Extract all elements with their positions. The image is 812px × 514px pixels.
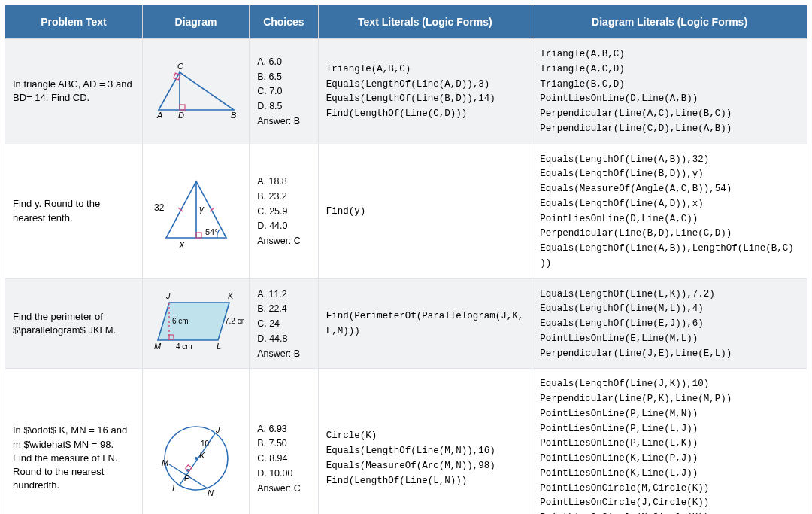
choices-cell: A. 18.8 B. 23.2 C. 25.9 D. 44.0 Answer: …: [250, 144, 318, 278]
svg-text:P: P: [184, 473, 190, 482]
diagram-literals-cell: Equals(LengthOf(Line(A,B)),32) Equals(Le…: [532, 144, 807, 278]
svg-point-30: [195, 457, 198, 460]
svg-text:M: M: [162, 458, 169, 467]
svg-text:K: K: [228, 291, 234, 300]
table-header-row: Problem Text Diagram Choices Text Litera…: [5, 5, 807, 39]
text-literals-cell: Find(PerimeterOf(Parallelogram(J,K,L,M))…: [318, 278, 532, 369]
text-literals-cell: Find(y): [318, 144, 532, 278]
diagram-literals-cell: Equals(LengthOf(Line(L,K)),7.2) Equals(L…: [532, 278, 807, 369]
svg-text:7.2 cm: 7.2 cm: [225, 317, 244, 325]
header-choices: Choices: [250, 5, 318, 39]
svg-rect-2: [180, 105, 185, 110]
svg-marker-0: [159, 72, 234, 110]
triangle-xy-diagram: 32 y 54° x: [151, 170, 241, 253]
svg-text:M: M: [154, 342, 162, 351]
svg-text:J: J: [215, 425, 220, 434]
svg-text:10: 10: [201, 439, 210, 448]
table-row: In triangle ABC, AD = 3 and BD= 14. Find…: [5, 39, 807, 144]
svg-text:N: N: [208, 488, 214, 497]
svg-text:C: C: [177, 62, 183, 71]
parallelogram-jklm-diagram: J K L M 6 cm 7.2 cm 4 cm: [150, 287, 244, 359]
svg-marker-17: [158, 303, 229, 340]
text-literals-cell: Triangle(A,B,C) Equals(LengthOf(Line(A,D…: [318, 39, 532, 144]
choices-cell: A. 6.0 B. 6.5 C. 7.0 D. 8.5 Answer: B: [250, 39, 318, 144]
header-problem-text: Problem Text: [5, 5, 143, 39]
circle-k-diagram: J K M N L P 10: [151, 413, 241, 503]
problem-text-cell: In $\odot$ K, MN = 16 and m $\widehat$ M…: [5, 369, 143, 514]
diagram-cell: A D B C: [142, 39, 249, 144]
text-literals-cell: Circle(K) Equals(LengthOf(Line(M,N)),16)…: [318, 369, 532, 514]
svg-text:54°: 54°: [205, 227, 218, 236]
svg-text:6 cm: 6 cm: [172, 317, 189, 325]
diagram-cell: J K M N L P 10: [142, 369, 249, 514]
problem-text-cell: Find y. Round to the nearest tenth.: [5, 144, 143, 278]
header-text-literals: Text Literals (Logic Forms): [318, 5, 532, 39]
triangle-abc-diagram: A D B C: [151, 61, 241, 121]
choices-cell: A. 6.93 B. 7.50 C. 8.94 D. 10.00 Answer:…: [250, 369, 318, 514]
header-diagram: Diagram: [142, 5, 249, 39]
svg-text:y: y: [198, 204, 205, 214]
problem-text-cell: In triangle ABC, AD = 3 and BD= 14. Find…: [5, 39, 143, 144]
diagram-cell: 32 y 54° x: [142, 144, 249, 278]
svg-rect-10: [196, 233, 201, 238]
svg-text:L: L: [217, 342, 221, 351]
header-diagram-literals: Diagram Literals (Logic Forms): [532, 5, 807, 39]
problem-text-cell: Find the perimeter of $\parallelogram$ J…: [5, 278, 143, 369]
svg-text:L: L: [172, 484, 177, 493]
svg-text:x: x: [179, 239, 185, 250]
svg-text:4 cm: 4 cm: [176, 342, 192, 351]
table-row: Find the perimeter of $\parallelogram$ J…: [5, 278, 807, 369]
svg-text:D: D: [178, 111, 184, 120]
svg-text:32: 32: [154, 202, 165, 213]
svg-text:B: B: [231, 111, 236, 120]
choices-cell: A. 11.2 B. 22.4 C. 24 D. 44.8 Answer: B: [250, 278, 318, 369]
geometry-problems-table: Problem Text Diagram Choices Text Litera…: [5, 5, 807, 514]
svg-text:K: K: [199, 451, 205, 460]
table-row: In $\odot$ K, MN = 16 and m $\widehat$ M…: [5, 369, 807, 514]
table-row: Find y. Round to the nearest tenth. 32 y…: [5, 144, 807, 278]
diagram-literals-cell: Equals(LengthOf(Line(J,K)),10) Perpendic…: [532, 369, 807, 514]
diagram-cell: J K L M 6 cm 7.2 cm 4 cm: [142, 278, 249, 369]
diagram-literals-cell: Triangle(A,B,C) Triangle(A,C,D) Triangle…: [532, 39, 807, 144]
svg-text:A: A: [156, 111, 162, 120]
svg-text:J: J: [165, 291, 171, 300]
